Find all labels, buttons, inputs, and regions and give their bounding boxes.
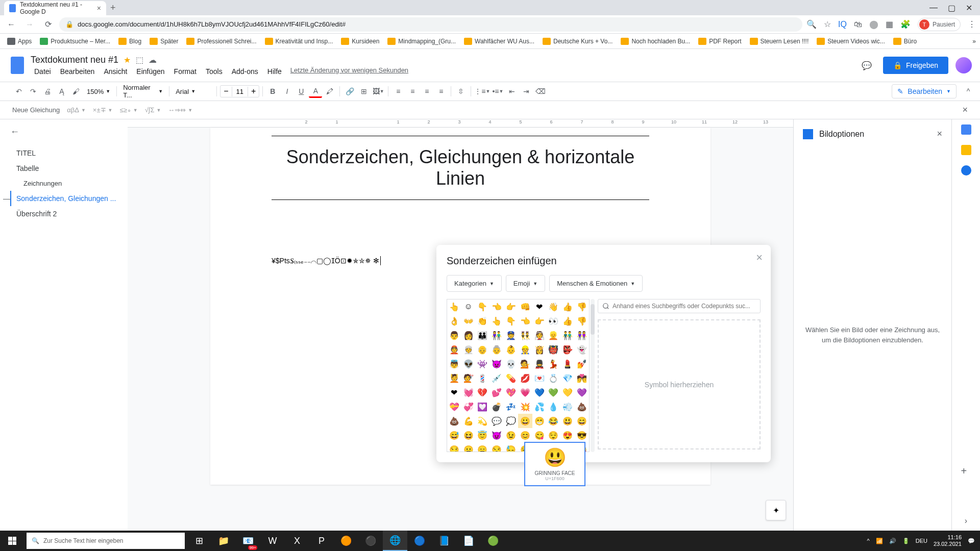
character-cell[interactable]: 👯 [518,328,532,342]
character-cell[interactable]: 💩 [575,399,589,414]
app-icon[interactable]: 🟠 [334,531,358,551]
close-icon[interactable]: ✕ [966,3,972,13]
last-change-text[interactable]: Letzte Änderung vor wenigen Sekunden [290,66,408,77]
tab-close-icon[interactable]: × [97,4,101,12]
eq-rel[interactable]: ≤≥∘ ▼ [120,106,138,114]
bookmark-item[interactable]: Wahlfächer WU Aus... [461,36,537,47]
outline-item[interactable]: TITEL [10,145,117,161]
filter-emoji[interactable]: Emoji ▼ [506,275,545,292]
character-cell[interactable]: 💖 [504,385,518,399]
bookmark-item[interactable]: Büro [890,36,920,47]
share-button[interactable]: 🔒 Freigeben [883,57,948,74]
chrome-icon[interactable]: 🌐 [383,531,407,551]
start-button[interactable] [0,531,24,551]
eq-ops[interactable]: ×±∓ ▼ [93,106,113,114]
bookmark-apps[interactable]: Apps [4,36,35,47]
character-cell[interactable]: 💦 [532,399,547,414]
font-size-decrease[interactable]: − [220,86,231,97]
character-cell[interactable]: 👴 [476,342,490,357]
character-cell[interactable]: 💊 [504,371,518,385]
character-cell[interactable]: 👋 [547,299,561,314]
underline-button[interactable]: U [295,85,308,98]
character-cell[interactable]: 💝 [447,399,461,414]
character-cell[interactable]: 💞 [461,399,476,414]
notifications-icon[interactable]: 💬 [968,538,975,544]
bookmark-item[interactable]: Steuern Videos wic... [814,36,888,47]
character-cell[interactable]: 💇 [461,371,476,385]
powerpoint-icon[interactable]: P [309,531,334,551]
character-cell[interactable]: 💏 [575,371,589,385]
character-cell[interactable]: 💁 [518,357,532,371]
spellcheck-button[interactable]: Ą [55,85,68,98]
document-heading[interactable]: Sonderzeichen, Gleichungen & horizontale… [272,139,649,196]
image-button[interactable]: 🖼 ▼ [372,85,385,98]
outline-item-active[interactable]: Sonderzeichen, Gleichungen ... [10,191,117,206]
bookmark-item[interactable]: Deutsche Kurs + Vo... [540,36,616,47]
align-justify-button[interactable]: ≡ [434,85,448,98]
character-cell[interactable]: 👹 [547,342,561,357]
character-cell[interactable]: 👆 [447,299,461,314]
character-cell[interactable]: 💈 [476,371,490,385]
user-avatar[interactable] [955,57,972,73]
new-tab-button[interactable]: + [110,3,116,13]
zoom-select[interactable]: 150% ▼ [84,88,113,95]
character-cell[interactable]: 💉 [489,371,504,385]
comment-button[interactable]: ⊞ [357,85,371,98]
volume-icon[interactable]: 🔊 [889,538,896,544]
character-cell[interactable]: 😀 [518,414,532,428]
character-cell[interactable]: 💄 [560,357,575,371]
menu-addons[interactable]: Add-ons [228,66,262,77]
explorer-icon[interactable]: 📁 [211,531,236,551]
eq-math[interactable]: √∫Σ ▼ [145,106,161,114]
character-cell[interactable]: 💥 [518,399,532,414]
character-cell[interactable]: 😎 [575,428,589,442]
character-cell[interactable]: 😏 [447,442,461,452]
character-cell[interactable]: 😋 [532,428,547,442]
character-cell[interactable]: 💂 [532,357,547,371]
document-title[interactable]: Textdokument neu #1 [31,55,118,65]
character-cell[interactable]: 💀 [504,357,518,371]
character-cell[interactable]: 👵 [489,342,504,357]
character-cell[interactable]: 👺 [560,342,575,357]
character-cell[interactable]: 😆 [461,428,476,442]
forward-button[interactable]: → [22,17,37,32]
bookmark-item[interactable]: Später [146,36,181,47]
character-cell[interactable]: 😍 [560,428,575,442]
explore-button[interactable]: ✦ [766,500,786,520]
italic-button[interactable]: I [280,85,293,98]
character-cell[interactable]: 👇 [504,314,518,328]
bookmark-item[interactable]: Produktsuche – Mer... [37,36,113,47]
character-cell[interactable]: 💔 [476,385,490,399]
character-cell[interactable]: 👉 [532,314,547,328]
character-cell[interactable]: 😒 [489,442,504,452]
extension-icon-3[interactable]: ⬤ [869,19,878,29]
font-size-increase[interactable]: + [248,86,259,97]
character-cell[interactable]: 😇 [476,428,490,442]
character-cell[interactable]: 👊 [518,299,532,314]
link-button[interactable]: 🔗 [343,85,356,98]
text-color-button[interactable]: A [309,85,322,98]
character-search-input[interactable] [598,299,761,313]
minimize-icon[interactable]: — [929,3,938,13]
character-cell[interactable]: 😓 [504,442,518,452]
outline-item[interactable]: Tabelle [10,161,117,176]
bookmarks-overflow[interactable]: » [972,38,976,45]
character-cell[interactable]: 👐 [461,314,476,328]
zoom-icon[interactable]: 🔍 [806,19,817,29]
character-cell[interactable]: 👼 [447,357,461,371]
font-size-value[interactable]: 11 [232,87,248,96]
outline-item[interactable]: Zeichnungen [10,176,117,191]
browser-tab[interactable]: Textdokument neu #1 - Google D × [4,1,106,15]
menu-view[interactable]: Ansicht [100,66,131,77]
increase-indent-button[interactable]: ⇥ [520,85,533,98]
character-cell[interactable]: 💚 [547,385,561,399]
character-cell[interactable]: 💅 [575,357,589,371]
tasks-icon[interactable] [961,165,971,176]
style-select[interactable]: Normaler T... ▼ [120,84,166,99]
word-icon[interactable]: W [260,531,285,551]
character-cell[interactable]: 💓 [461,385,476,399]
line-spacing-button[interactable]: ⇳ [454,85,468,98]
menu-insert[interactable]: Einfügen [133,66,168,77]
wifi-icon[interactable]: 📶 [876,538,883,544]
character-cell[interactable]: 💃 [547,357,561,371]
